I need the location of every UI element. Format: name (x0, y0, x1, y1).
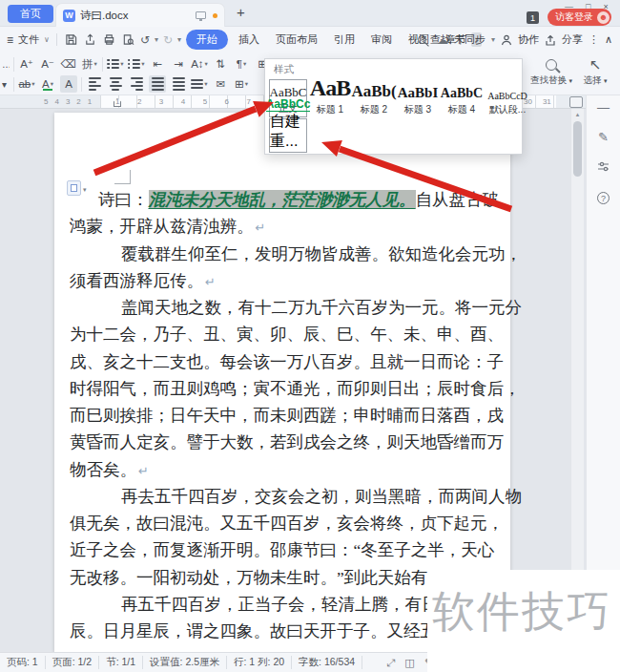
help-icon[interactable]: ? (597, 192, 610, 204)
share-icon[interactable] (545, 34, 556, 46)
new-tab-button[interactable]: + (237, 4, 245, 20)
save-button[interactable] (64, 32, 78, 47)
caret-down-icon: ▾ (243, 60, 246, 68)
clipped-icon: … (2, 55, 10, 73)
tab-review[interactable]: 审阅 (365, 31, 398, 49)
style-item-custom[interactable]: AaBbCc 自建重... (269, 118, 307, 153)
print-preview-button[interactable] (121, 32, 135, 47)
caret-down-icon: ▾ (569, 77, 573, 84)
collaborate-label[interactable]: 协作 (518, 32, 539, 47)
scrollbar-thumb[interactable] (573, 121, 582, 177)
home-button[interactable]: 首页 (8, 5, 53, 23)
monitor-icon[interactable] (196, 11, 206, 19)
doc-line: 须看西游释厄传。↵ (70, 267, 486, 294)
sync-status-label[interactable]: 未同步 (454, 32, 486, 47)
export-button[interactable] (83, 32, 97, 47)
character-scale-button[interactable]: A↕▾ (191, 55, 208, 73)
sync-caret-icon: ▾ (491, 35, 495, 44)
wps-writer-logo-icon: W (63, 10, 75, 22)
font-color-button[interactable]: A▾ (39, 75, 56, 93)
status-word-count[interactable]: 字数: 16/534 (292, 656, 362, 669)
status-setting-value: 设置值: 2.5厘米 (143, 656, 227, 669)
increase-indent-button[interactable]: ⇥ (170, 55, 187, 73)
ruler-toggle-icon[interactable] (569, 96, 583, 108)
tab-page-layout[interactable]: 页面布局 (270, 31, 323, 49)
caret-down-icon: ▾ (51, 80, 53, 88)
caret-down-icon: ▾ (31, 80, 34, 88)
edit-pen-icon[interactable]: ✎ (598, 131, 609, 144)
select-label: 选择 (583, 74, 601, 85)
undo-caret-icon[interactable]: ▾ (155, 35, 158, 44)
notification-badge[interactable]: 1 (527, 11, 539, 24)
redo-button[interactable]: ↻ (163, 33, 173, 47)
line-spacing-button[interactable]: ▾ (191, 75, 208, 93)
align-right-button[interactable] (128, 75, 145, 93)
hamburger-icon[interactable]: ≡ (7, 33, 13, 47)
pinyin-guide-button[interactable]: 拼▾ (81, 55, 98, 73)
collapse-pane-icon[interactable]: — (597, 101, 610, 115)
guest-login-button[interactable]: 访客登录 ☻ (548, 9, 611, 26)
book-view-icon[interactable]: ◫ (403, 656, 417, 670)
strikethrough-icon: ab (18, 78, 31, 90)
status-page-number: 页码: 1 (0, 656, 46, 669)
decrease-indent-button[interactable]: ⇤ (149, 55, 166, 73)
show-marks-button[interactable]: ¶▾ (233, 55, 250, 73)
scroll-up-icon[interactable]: ▴ (571, 111, 584, 118)
select-button[interactable]: ↖ 选择 ▾ (573, 55, 617, 87)
selected-text[interactable]: 混沌未分天地乱，茫茫渺渺无人见。 (149, 190, 416, 209)
align-left-button[interactable] (86, 75, 103, 93)
share-label[interactable]: 分享 (562, 32, 583, 47)
collaborate-icon[interactable] (501, 34, 512, 46)
style-item-heading3[interactable]: AaBbI 标题 3 (397, 79, 439, 117)
align-center-button[interactable] (107, 75, 124, 93)
doc-line: 戌、亥之十二支也。每会该一万八百岁。且就一日而论：子 (70, 348, 486, 375)
text-highlight-button[interactable]: A (60, 75, 77, 93)
caret-down-icon: ▾ (120, 60, 123, 68)
find-replace-icon (546, 59, 557, 71)
style-preview: AaBbI (398, 85, 439, 101)
tab-insert[interactable]: 插入 (233, 31, 265, 49)
chevron-down-icon: ∨ (44, 35, 50, 44)
doc-line: 鸿蒙，开辟从兹清浊辨。↵ (70, 213, 486, 240)
fullscreen-icon[interactable]: ⤢ (383, 656, 398, 670)
style-label: 标题 2 (361, 103, 387, 116)
bullet-list-button[interactable]: ▾ (107, 55, 124, 73)
caret-down-icon: ▾ (141, 60, 144, 68)
clear-format-button[interactable]: ⌫ (60, 55, 77, 73)
numbering-icon (128, 57, 140, 71)
tab-references[interactable]: 引用 (328, 31, 361, 49)
document-tab[interactable]: W 诗曰.docx (55, 3, 225, 27)
style-item-heading4[interactable]: AaBbC 标题 4 (441, 79, 483, 117)
caret-down-icon: ▾ (94, 60, 97, 68)
style-item-heading1[interactable]: AaB 标题 1 (309, 79, 351, 117)
find-replace-label: 查找替换 (530, 74, 567, 85)
doc-line: 辰。日月星辰，谓之四象。故曰天开于子。又经五千四 (70, 618, 486, 644)
unsaved-dot-icon (213, 13, 217, 18)
style-item-default[interactable]: AaBbCcD 默认段... (485, 79, 530, 117)
cloud-sync-icon[interactable]: ☁ (437, 33, 448, 47)
print-button[interactable] (102, 32, 116, 47)
undo-button[interactable]: ↺ (140, 33, 150, 47)
strikethrough-button[interactable]: ab▾ (18, 75, 35, 93)
justify-icon (152, 77, 164, 91)
quickbar-more-icon[interactable]: ▾ (177, 35, 181, 44)
collapse-ribbon-icon[interactable]: ∧ (605, 33, 612, 46)
numbered-list-button[interactable]: ▾ (128, 55, 145, 73)
more-menu-icon[interactable]: ⋮ (589, 33, 599, 46)
file-menu[interactable]: 文件 (18, 31, 39, 49)
style-item-heading2[interactable]: AaBb( 标题 2 (353, 79, 395, 117)
style-preview: AaB (310, 75, 350, 101)
sort-button[interactable]: ⇅ (212, 55, 229, 73)
paragraph-mark: ↵ (256, 220, 266, 235)
shading-button[interactable]: ✉ (212, 75, 229, 93)
document-text[interactable]: 诗曰：混沌未分天地乱，茫茫渺渺无人见。自从盘古破 鸿蒙，开辟从兹清浊辨。↵ 覆载… (70, 186, 486, 644)
grow-font-button[interactable]: A⁺ (18, 55, 35, 73)
shrink-font-button[interactable]: A⁻ (39, 55, 56, 73)
borders-button[interactable]: ⊞▾ (233, 75, 250, 93)
distribute-button[interactable] (170, 75, 187, 93)
find-replace-button[interactable]: 查找替换 ▾ (526, 55, 577, 87)
justify-button[interactable] (149, 75, 166, 93)
doc-line: 无改移。一阳初动处，万物未生时。”到此天始有根。↵ (70, 564, 486, 591)
settings-sliders-icon[interactable] (597, 160, 610, 176)
tab-home[interactable]: 开始 (186, 30, 228, 50)
